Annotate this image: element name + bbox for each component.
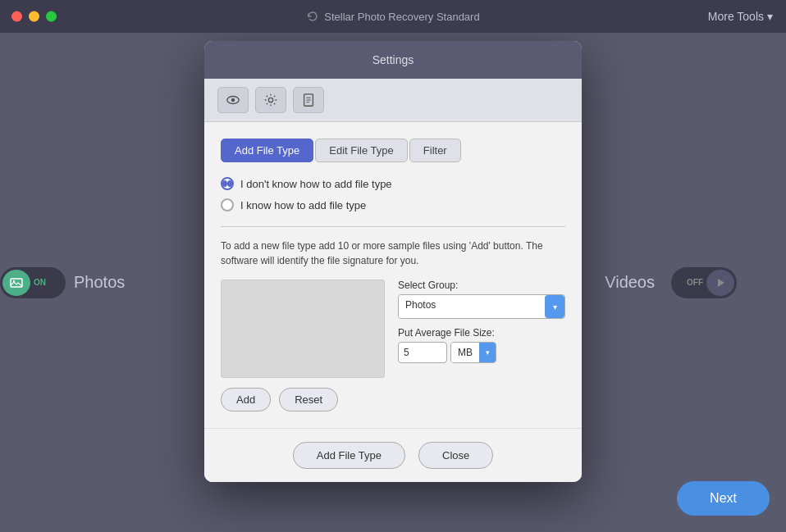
modal-toolbar <box>204 79 582 122</box>
minimize-button[interactable] <box>29 11 39 22</box>
right-controls: Select Group: Photos ▾ Put Average File … <box>398 280 565 412</box>
tab-row: Add File Type Edit File Type Filter <box>221 139 565 162</box>
preview-icon-button[interactable] <box>217 87 249 113</box>
radio-group: I don't know how to add file type I know… <box>221 177 565 211</box>
file-size-container: Put Average File Size: MB ▾ <box>398 327 565 363</box>
modal-body: Add File Type Edit File Type Filter I do… <box>204 122 582 428</box>
svg-point-1 <box>13 280 15 281</box>
next-button[interactable]: Next <box>677 481 770 516</box>
traffic-lights <box>11 11 57 22</box>
radio-circle-1 <box>221 177 234 190</box>
two-column-layout: Add Reset Select Group: Photos ▾ Put Ave… <box>221 280 565 412</box>
eye-icon <box>226 93 240 107</box>
videos-toggle-group: Videos OFF <box>605 267 737 298</box>
close-button[interactable] <box>11 11 22 22</box>
tab-filter[interactable]: Filter <box>409 139 461 162</box>
videos-toggle[interactable]: OFF <box>671 267 737 298</box>
tab-edit-file-type[interactable]: Edit File Type <box>315 139 408 162</box>
select-group-label: Select Group: <box>398 280 565 291</box>
svg-rect-0 <box>11 279 22 287</box>
add-button[interactable]: Add <box>221 388 271 412</box>
modal-footer: Add File Type Close <box>204 428 582 482</box>
svg-point-5 <box>268 98 272 102</box>
svg-point-4 <box>231 98 235 102</box>
unit-arrow[interactable]: ▾ <box>479 343 496 362</box>
gear-icon <box>263 93 278 107</box>
action-buttons: Add Reset <box>221 388 385 412</box>
image-preview <box>221 280 385 378</box>
chevron-down-icon: ▾ <box>767 10 773 23</box>
modal-title: Settings <box>372 53 414 66</box>
radio-label-1: I don't know how to add file type <box>240 178 392 190</box>
description-text: To add a new file type add 10 or more sa… <box>221 239 565 268</box>
radio-dont-know[interactable]: I don't know how to add file type <box>221 177 565 190</box>
document-icon <box>301 93 316 107</box>
photos-toggle[interactable]: ON <box>0 267 66 298</box>
file-size-label: Put Average File Size: <box>398 327 565 339</box>
document-icon-button[interactable] <box>293 87 324 113</box>
radio-circle-2 <box>221 198 234 211</box>
reset-button[interactable]: Reset <box>279 388 338 412</box>
add-file-type-button[interactable]: Add File Type <box>293 442 405 469</box>
app-title: Stellar Photo Recovery Standard <box>306 10 479 23</box>
svg-marker-2 <box>718 279 724 287</box>
radio-label-2: I know how to add file type <box>240 199 366 211</box>
divider <box>221 226 565 227</box>
undo-icon <box>306 10 319 23</box>
unit-select-wrapper: MB ▾ <box>450 342 496 363</box>
select-group-container: Select Group: Photos ▾ <box>398 280 565 319</box>
title-bar: Stellar Photo Recovery Standard More Too… <box>0 0 786 33</box>
select-group-value: Photos <box>399 295 545 318</box>
close-button-footer[interactable]: Close <box>418 442 493 469</box>
tab-add-file-type[interactable]: Add File Type <box>221 139 313 162</box>
settings-modal: Settings Add File Type Edit File Type Fi… <box>204 41 582 482</box>
unit-text: MB <box>451 343 479 362</box>
photos-toggle-group: ON Photos <box>0 267 125 298</box>
maximize-button[interactable] <box>46 11 57 22</box>
more-tools-button[interactable]: More Tools ▾ <box>708 10 773 23</box>
radio-know[interactable]: I know how to add file type <box>221 198 565 211</box>
settings-icon-button[interactable] <box>255 87 286 113</box>
file-size-input-group: MB ▾ <box>398 342 565 363</box>
modal-header: Settings <box>204 41 582 79</box>
select-group-wrapper: Photos ▾ <box>398 294 565 319</box>
select-group-arrow[interactable]: ▾ <box>545 295 564 318</box>
file-size-input[interactable] <box>398 342 447 363</box>
